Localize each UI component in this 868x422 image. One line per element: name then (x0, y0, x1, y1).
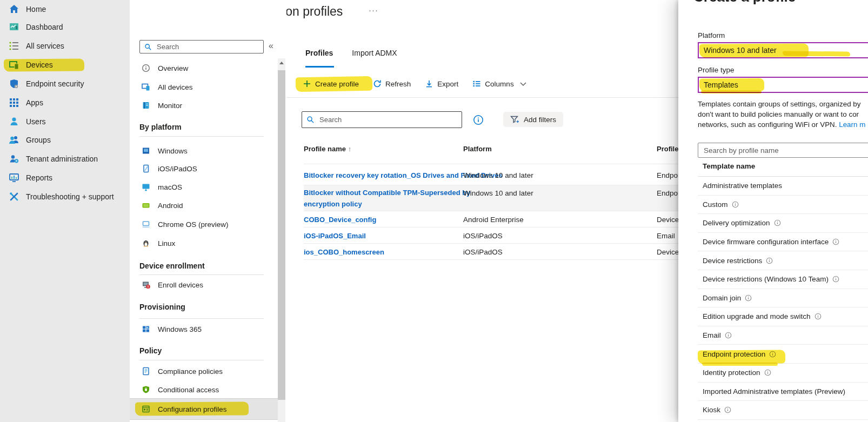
column-header-profile-name[interactable]: Profile name ↑ (304, 145, 351, 153)
info-icon[interactable] (725, 332, 732, 339)
columns-button[interactable]: Columns (472, 79, 526, 88)
main-search[interactable] (302, 111, 462, 128)
blade-item-windows[interactable]: Windows (130, 142, 278, 160)
blade-item-overview[interactable]: Overview (130, 59, 278, 77)
nav-item-apps[interactable]: Apps (0, 93, 130, 112)
table-row[interactable]: Bitlocker recovery key rotation_OS Drive… (304, 164, 678, 185)
info-icon[interactable] (766, 257, 773, 264)
monitor-icon (142, 101, 150, 110)
devices-icon (9, 59, 19, 70)
blade-search[interactable] (139, 40, 264, 53)
nav-item-users[interactable]: Users (0, 112, 130, 131)
blade-item-macos[interactable]: macOS (130, 178, 278, 196)
nav-item-groups[interactable]: Groups (0, 131, 130, 149)
info-icon[interactable] (764, 369, 771, 376)
info-icon[interactable] (732, 201, 739, 208)
info-icon[interactable] (769, 351, 776, 358)
tab-profiles[interactable]: Profiles (305, 49, 333, 57)
more-actions-icon[interactable]: ··· (369, 5, 378, 15)
blade-item-ios-ipados[interactable]: iOS/iPadOS (130, 159, 278, 178)
template-search-input[interactable] (703, 146, 868, 155)
table-row[interactable]: ios_COBO_homescreen iOS/iPadOS Device fe (304, 244, 678, 260)
all-devices-icon (142, 83, 150, 91)
add-filters-button[interactable]: Add filters (503, 112, 563, 127)
template-item-device-firmware[interactable]: Device firmware configuration interface (698, 233, 868, 252)
platform-select-value: Windows 10 and later (704, 46, 777, 55)
nav-item-devices[interactable]: Devices (0, 56, 130, 74)
refresh-button[interactable]: Refresh (373, 79, 411, 88)
blade-search-input[interactable] (156, 42, 259, 51)
template-list-header: Template name (703, 162, 755, 170)
blade-label: Configuration profiles (158, 405, 227, 413)
profile-name-link-line2[interactable]: encryption policy (304, 200, 362, 208)
blade-label: Conditional access (158, 386, 219, 394)
profile-type-select[interactable]: Templates (698, 77, 868, 93)
template-item-endpoint-protection[interactable]: Endpoint protection (698, 345, 868, 364)
blade-item-compliance-policies[interactable]: Compliance policies (130, 362, 278, 380)
nav-item-troubleshooting[interactable]: Troubleshooting + support (0, 187, 130, 206)
table-row[interactable]: iOS-iPadOS_Email iOS/iPadOS Email (304, 227, 678, 244)
template-item-device-restrictions[interactable]: Device restrictions (698, 251, 868, 270)
scrollbar-up-arrow[interactable] (278, 58, 285, 67)
profile-name-link[interactable]: Bitlocker without Compatible TPM-Superse… (304, 189, 470, 197)
button-label: Create profile (315, 80, 359, 88)
blade-label: Monitor (158, 102, 182, 110)
profile-name-link[interactable]: COBO_Device_config (304, 216, 376, 224)
search-info-icon[interactable] (473, 115, 484, 125)
info-icon[interactable] (832, 276, 839, 283)
blade-label: All devices (158, 83, 193, 91)
blade-item-conditional-access[interactable]: Conditional access (130, 380, 278, 399)
blade-label: Chrome OS (preview) (158, 220, 229, 229)
blade-item-configuration-profiles[interactable]: Configuration profiles (130, 400, 278, 418)
panel-title: Create a profile (693, 0, 796, 5)
info-icon[interactable] (814, 313, 822, 320)
nav-item-home[interactable]: Home (0, 0, 130, 18)
table-row[interactable]: COBO_Device_config Android Enterprise De… (304, 211, 678, 227)
template-item-kiosk[interactable]: Kiosk (698, 401, 868, 420)
template-item-administrative-templates[interactable]: Administrative templates (698, 177, 868, 196)
scrollbar-thumb[interactable] (278, 70, 285, 400)
blade-item-windows-365[interactable]: Windows 365 (130, 320, 278, 338)
groups-icon (9, 135, 19, 145)
blade-item-android[interactable]: Android (130, 196, 278, 215)
template-item-delivery-optimization[interactable]: Delivery optimization (698, 214, 868, 233)
blade-item-linux[interactable]: Linux (130, 234, 278, 252)
template-search[interactable] (698, 143, 868, 158)
info-icon[interactable] (832, 238, 839, 245)
platform-select[interactable]: Windows 10 and later (698, 42, 868, 58)
search-icon (144, 43, 152, 51)
profile-name-link[interactable]: iOS-iPadOS_Email (304, 232, 366, 240)
home-icon (9, 4, 19, 15)
main-search-input[interactable] (318, 115, 457, 124)
nav-item-all-services[interactable]: All services (0, 37, 130, 55)
template-item-domain-join[interactable]: Domain join (698, 289, 868, 308)
template-item-identity-protection[interactable]: Identity protection (698, 364, 868, 383)
profile-name-link[interactable]: ios_COBO_homescreen (304, 248, 384, 256)
blade-item-enroll-devices[interactable]: Enroll devices (130, 276, 278, 294)
template-item-device-restrictions-win10-team[interactable]: Device restrictions (Windows 10 Team) (698, 270, 868, 289)
template-item-custom[interactable]: Custom (698, 196, 868, 215)
blade-item-monitor[interactable]: Monitor (130, 96, 278, 115)
info-icon[interactable] (745, 294, 752, 302)
nav-item-reports[interactable]: Reports (0, 169, 130, 187)
blade-item-all-devices[interactable]: All devices (130, 78, 278, 96)
template-item-imported-administrative-templates[interactable]: Imported Administrative templates (Previ… (698, 383, 868, 401)
nav-item-endpoint-security[interactable]: Endpoint security (0, 75, 130, 93)
create-profile-button[interactable]: Create profile (303, 79, 359, 88)
info-icon[interactable] (724, 406, 731, 413)
template-item-edition-upgrade[interactable]: Edition upgrade and mode switch (698, 307, 868, 326)
table-row[interactable]: Bitlocker without Compatible TPM-Superse… (304, 185, 678, 211)
tab-import-admx[interactable]: Import ADMX (352, 49, 397, 57)
collapse-blade-icon[interactable]: « (269, 41, 273, 51)
export-button[interactable]: Export (425, 79, 458, 88)
learn-more-link[interactable]: Learn m (839, 120, 865, 129)
windows-365-icon (142, 325, 150, 333)
info-icon[interactable] (774, 219, 781, 226)
nav-item-tenant-administration[interactable]: Tenant administration (0, 150, 130, 168)
nav-label: Dashboard (26, 23, 63, 31)
blade-item-chrome-os[interactable]: Chrome OS (preview) (130, 215, 278, 233)
nav-item-dashboard[interactable]: Dashboard (0, 18, 130, 36)
section-by-platform: By platform (139, 123, 182, 131)
template-item-email[interactable]: Email (698, 326, 868, 345)
column-header-platform[interactable]: Platform (463, 145, 492, 153)
